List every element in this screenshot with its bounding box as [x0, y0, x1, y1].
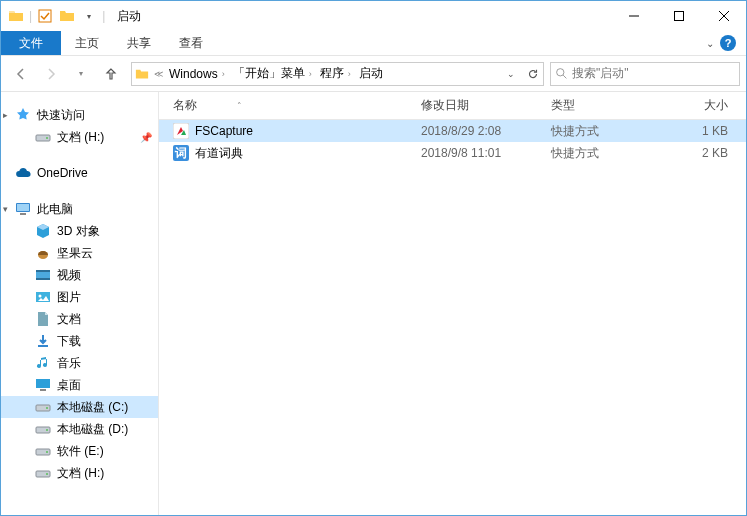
svg-point-27	[46, 429, 48, 431]
search-icon	[555, 67, 568, 80]
sidebar-item[interactable]: 坚果云	[1, 242, 158, 264]
tab-share[interactable]: 共享	[113, 31, 165, 55]
sidebar-item-onedrive[interactable]: OneDrive	[1, 162, 158, 184]
address-dropdown[interactable]: ⌄	[499, 63, 521, 85]
pc-icon	[15, 201, 31, 217]
svg-point-24	[46, 407, 48, 409]
maximize-button[interactable]	[656, 1, 701, 31]
sidebar-item[interactable]: 视频	[1, 264, 158, 286]
disk-icon	[35, 443, 51, 459]
svg-rect-16	[36, 278, 50, 280]
qat-separator: |	[102, 9, 105, 23]
sidebar-item[interactable]: 本地磁盘 (D:)	[1, 418, 158, 440]
svg-rect-0	[39, 10, 51, 22]
svg-rect-19	[38, 345, 48, 347]
svg-point-30	[46, 451, 48, 453]
sort-asc-icon: ˄	[237, 101, 242, 111]
file-icon: 词	[173, 145, 189, 161]
sidebar-item[interactable]: 下载	[1, 330, 158, 352]
svg-point-5	[557, 69, 564, 76]
quick-access-toolbar: | ▾ |	[1, 7, 111, 25]
window-title: 启动	[117, 8, 611, 25]
table-row[interactable]: 词有道词典 2018/9/8 11:01 快捷方式 2 KB	[159, 142, 746, 164]
minimize-button[interactable]	[611, 1, 656, 31]
svg-point-18	[39, 295, 42, 298]
qat-separator: |	[29, 9, 32, 23]
nut-icon	[35, 245, 51, 261]
sidebar-item[interactable]: 文档	[1, 308, 158, 330]
svg-point-9	[46, 137, 48, 139]
svg-rect-2	[674, 12, 683, 21]
sidebar-item[interactable]: 本地磁盘 (C:)	[1, 396, 158, 418]
sidebar-item[interactable]: 音乐	[1, 352, 158, 374]
sidebar-item-quick-doc[interactable]: 文档 (H:) 📌	[1, 126, 158, 148]
svg-point-33	[46, 473, 48, 475]
column-headers: 名称˄ 修改日期 类型 大小	[159, 92, 746, 120]
folder-icon[interactable]	[58, 7, 76, 25]
sidebar-item[interactable]: 图片	[1, 286, 158, 308]
breadcrumb[interactable]: 程序›	[316, 63, 355, 85]
file-icon	[173, 123, 189, 139]
col-type[interactable]: 类型	[545, 97, 657, 114]
table-row[interactable]: FSCapture 2018/8/29 2:08 快捷方式 1 KB	[159, 120, 746, 142]
sidebar-item[interactable]: 3D 对象	[1, 220, 158, 242]
disk-icon	[35, 465, 51, 481]
svg-rect-15	[36, 270, 50, 272]
tab-file[interactable]: 文件	[1, 31, 61, 55]
close-button[interactable]	[701, 1, 746, 31]
pic-icon	[35, 289, 51, 305]
ribbon-help: ⌄ ?	[706, 31, 746, 55]
col-date[interactable]: 修改日期	[415, 97, 545, 114]
drive-icon	[35, 129, 51, 145]
search-input[interactable]: 搜索"启动"	[550, 62, 740, 86]
ribbon: 文件 主页 共享 查看 ⌄ ?	[1, 31, 746, 56]
breadcrumb-sep[interactable]: ≪	[152, 69, 165, 79]
forward-button[interactable]	[37, 60, 65, 88]
svg-text:词: 词	[174, 146, 187, 160]
folder-icon[interactable]	[7, 7, 25, 25]
up-button[interactable]	[97, 60, 125, 88]
chevron-down-icon[interactable]: ▾	[80, 7, 98, 25]
col-name[interactable]: 名称˄	[167, 97, 415, 114]
breadcrumb[interactable]: 启动	[355, 63, 387, 85]
3d-icon	[35, 223, 51, 239]
svg-rect-20	[36, 379, 50, 388]
back-button[interactable]	[7, 60, 35, 88]
navigation-pane[interactable]: ▸ 快速访问 文档 (H:) 📌 OneDrive ▾ 此电脑	[1, 92, 159, 515]
star-icon	[15, 107, 31, 123]
address-bar[interactable]: ≪ Windows› 「开始」菜单› 程序› 启动 ⌄	[131, 62, 544, 86]
titlebar: | ▾ | 启动	[1, 1, 746, 31]
checkbox-icon[interactable]	[36, 7, 54, 25]
help-icon[interactable]: ?	[720, 35, 736, 51]
file-list: 名称˄ 修改日期 类型 大小 FSCapture 2018/8/29 2:08 …	[159, 92, 746, 515]
breadcrumb[interactable]: Windows›	[165, 63, 229, 85]
vid-icon	[35, 267, 51, 283]
svg-line-6	[563, 75, 566, 78]
refresh-button[interactable]	[521, 63, 543, 85]
svg-rect-21	[40, 389, 46, 391]
sidebar-item-thispc[interactable]: ▾ 此电脑	[1, 198, 158, 220]
pin-icon: 📌	[140, 132, 152, 143]
tab-view[interactable]: 查看	[165, 31, 217, 55]
search-placeholder: 搜索"启动"	[572, 65, 629, 82]
sidebar-item[interactable]: 软件 (E:)	[1, 440, 158, 462]
chevron-right-icon[interactable]: ▸	[3, 110, 8, 120]
tab-home[interactable]: 主页	[61, 31, 113, 55]
desk-icon	[35, 377, 51, 393]
chevron-down-icon[interactable]: ⌄	[706, 38, 714, 49]
recent-dropdown[interactable]: ▾	[67, 60, 95, 88]
sidebar-item[interactable]: 桌面	[1, 374, 158, 396]
dl-icon	[35, 333, 51, 349]
sidebar-item-quickaccess[interactable]: ▸ 快速访问	[1, 104, 158, 126]
sidebar-item[interactable]: 文档 (H:)	[1, 462, 158, 484]
window-controls	[611, 1, 746, 31]
chevron-down-icon[interactable]: ▾	[3, 204, 8, 214]
navigation-bar: ▾ ≪ Windows› 「开始」菜单› 程序› 启动 ⌄ 搜索"启动"	[1, 56, 746, 92]
breadcrumb[interactable]: 「开始」菜单›	[229, 63, 316, 85]
mus-icon	[35, 355, 51, 371]
disk-icon	[35, 421, 51, 437]
disk-icon	[35, 399, 51, 415]
svg-rect-12	[20, 213, 26, 215]
cloud-icon	[15, 165, 31, 181]
col-size[interactable]: 大小	[657, 97, 746, 114]
